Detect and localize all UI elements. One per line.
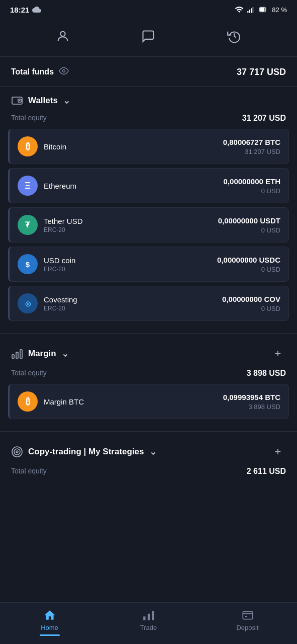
history-button[interactable]: [223, 25, 245, 47]
usdt-icon: ₮: [18, 215, 38, 235]
cloud-icon: [32, 5, 41, 14]
bottom-nav: Home Trade Deposit: [0, 602, 297, 644]
margin-equity-label: Total equity: [11, 369, 47, 378]
svg-point-13: [12, 447, 22, 457]
svg-rect-5: [260, 8, 265, 11]
margin-chevron[interactable]: ⌄: [61, 348, 69, 359]
bottom-nav-trade-label: Trade: [140, 624, 157, 631]
margin-title: Margin: [28, 349, 56, 359]
wallets-equity-row: Total equity 31 207 USD: [0, 112, 297, 129]
bottom-nav-deposit-label: Deposit: [236, 624, 258, 631]
signal-icon: [247, 5, 255, 14]
bottom-nav-deposit[interactable]: Deposit: [198, 609, 297, 636]
margin-section-header: Margin ⌄ +: [0, 338, 297, 367]
wallet-name-tether: Tether USD: [44, 217, 83, 225]
wallet-amount-usdc: 0,00000000 USDC: [217, 256, 280, 264]
wallet-name-ethereum: Ethereum: [44, 182, 76, 190]
svg-rect-12: [20, 350, 22, 358]
wallet-usd-ethereum: 0 USD: [224, 187, 280, 195]
wallet-amount-ethereum: 0,00000000 ETH: [224, 177, 280, 186]
copy-trading-equity-row: Total equity 2 611 USD: [0, 465, 297, 482]
wallets-chevron[interactable]: ⌄: [63, 95, 70, 106]
copy-trading-chevron[interactable]: ⌄: [149, 446, 157, 457]
copy-trading-icon: [11, 446, 23, 458]
svg-point-6: [60, 32, 65, 36]
wallets-equity-amount: 31 207 USD: [242, 114, 286, 123]
svg-rect-11: [16, 352, 18, 358]
margin-equity-row: Total equity 3 898 USD: [0, 367, 297, 384]
copy-trading-equity-amount: 2 611 USD: [247, 467, 286, 476]
bottom-nav-home[interactable]: Home: [0, 609, 99, 636]
wallets-equity-label: Total equity: [11, 114, 47, 123]
battery-icon: [258, 6, 269, 14]
chat-icon: [141, 29, 155, 43]
svg-rect-20: [245, 616, 247, 617]
total-funds-amount: 37 717 USD: [237, 67, 286, 77]
person-icon: [56, 29, 70, 43]
svg-rect-8: [12, 97, 22, 104]
copy-trading-equity-label: Total equity: [11, 467, 47, 476]
margin-btc-icon: ₿: [18, 391, 38, 412]
total-funds-row: Total funds 37 717 USD: [0, 57, 297, 87]
wallet-sub-cov: ERC-20: [44, 305, 77, 312]
eth-icon: Ξ: [18, 176, 38, 196]
wallet-amount-bitcoin: 0,80006727 BTC: [223, 138, 280, 146]
wallet-usd-cov: 0 USD: [222, 305, 280, 312]
margin-icon: [11, 348, 23, 360]
svg-point-7: [63, 70, 65, 72]
svg-rect-2: [251, 8, 252, 13]
svg-point-14: [14, 449, 20, 455]
wallet-name-usdc: USD coin: [44, 256, 75, 265]
svg-rect-1: [249, 10, 250, 13]
wallet-sub-usdc: ERC-20: [44, 266, 75, 273]
wallet-amount-cov: 0,00000000 COV: [222, 295, 280, 303]
svg-point-15: [16, 451, 18, 453]
eye-icon[interactable]: [59, 66, 69, 78]
trade-icon: [142, 609, 155, 622]
chat-button[interactable]: [137, 25, 159, 47]
svg-rect-19: [243, 611, 253, 619]
status-right: 82 %: [235, 5, 287, 14]
home-active-indicator: [40, 634, 60, 636]
top-nav: [0, 18, 297, 57]
wallet-name-margin-btc: Margin BTC: [44, 397, 84, 406]
wallet-item-usdc[interactable]: $ USD coin ERC-20 0,00000000 USDC 0 USD: [8, 247, 289, 282]
copy-trading-section-header: Copy-trading | My Strategies ⌄ +: [0, 436, 297, 465]
profile-button[interactable]: [52, 25, 74, 47]
bottom-nav-trade[interactable]: Trade: [99, 609, 198, 636]
svg-rect-3: [253, 7, 254, 13]
btc-icon: ₿: [18, 136, 38, 156]
wallet-name-bitcoin: Bitcoin: [44, 142, 66, 151]
wallet-item-tether[interactable]: ₮ Tether USD ERC-20 0,00000000 USDT 0 US…: [8, 207, 289, 243]
time: 18:21: [10, 6, 29, 14]
history-icon: [227, 29, 241, 43]
wallet-usd-tether: 0 USD: [218, 226, 280, 234]
wifi-icon: [235, 5, 244, 14]
total-funds-label: Total funds: [11, 67, 54, 76]
bottom-nav-home-label: Home: [41, 624, 58, 631]
wallet-usd-bitcoin: 31 207 USD: [223, 148, 280, 155]
wallet-icon: [11, 95, 23, 107]
svg-rect-16: [143, 616, 145, 620]
margin-wallet-list: ₿ Margin BTC 0,09993954 BTC 3 898 USD: [0, 384, 297, 427]
deposit-icon: [241, 609, 254, 622]
wallet-amount-tether: 0,00000000 USDT: [218, 216, 280, 225]
wallet-item-margin-btc[interactable]: ₿ Margin BTC 0,09993954 BTC 3 898 USD: [8, 384, 289, 419]
battery-percent: 82 %: [272, 6, 287, 14]
svg-rect-18: [152, 611, 154, 620]
wallet-item-cov[interactable]: ◎ Covesting ERC-20 0,00000000 COV 0 USD: [8, 286, 289, 321]
wallet-usd-usdc: 0 USD: [217, 266, 280, 273]
copy-trading-add-button[interactable]: +: [270, 444, 286, 460]
wallets-title: Wallets: [28, 96, 58, 106]
usdc-icon: $: [18, 254, 38, 274]
svg-rect-17: [147, 614, 149, 620]
margin-add-button[interactable]: +: [270, 346, 286, 362]
wallet-name-cov: Covesting: [44, 295, 77, 304]
svg-rect-0: [248, 11, 249, 13]
svg-rect-10: [12, 355, 14, 358]
home-icon: [43, 609, 56, 622]
wallet-usd-margin-btc: 3 898 USD: [223, 403, 280, 411]
wallet-item-bitcoin[interactable]: ₿ Bitcoin 0,80006727 BTC 31 207 USD: [8, 129, 289, 164]
wallet-item-ethereum[interactable]: Ξ Ethereum 0,00000000 ETH 0 USD: [8, 168, 289, 203]
wallet-sub-tether: ERC-20: [44, 226, 83, 233]
